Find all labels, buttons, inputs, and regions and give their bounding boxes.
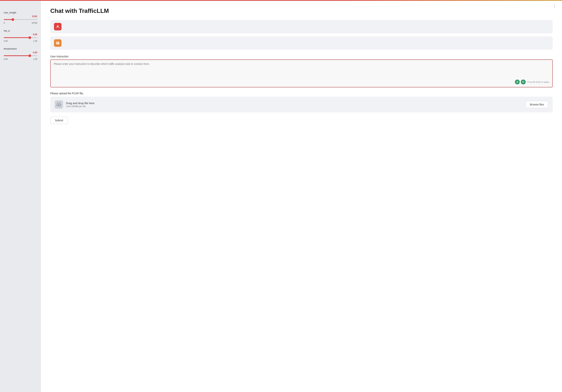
upload-area: Drag and drop file here Limit 200MB per …: [50, 97, 553, 112]
param-temperature-range: 0.00 1.00: [4, 58, 37, 60]
upload-label: Please upload the PCAP file.: [50, 92, 553, 95]
param-top-p-label: top_p: [4, 29, 37, 32]
chat-bubble-2: [50, 36, 553, 50]
param-temperature-label: temperature: [4, 47, 37, 50]
top-bar: [0, 0, 562, 1]
temperature-slider[interactable]: [4, 55, 37, 56]
more-menu-button[interactable]: ⋮: [552, 4, 556, 8]
add-icon-button[interactable]: [515, 80, 520, 84]
instruction-footer: Press ⌘+Enter to apply.: [54, 80, 549, 84]
param-top-p: top_p 0.80 0.00 1.00: [4, 29, 37, 42]
instruction-icons: [515, 80, 526, 84]
avatar-red: [54, 23, 61, 30]
top-p-slider[interactable]: [4, 37, 37, 38]
param-temperature-value: 0.80: [4, 51, 37, 54]
upload-left: Drag and drop file here Limit 200MB per …: [55, 100, 94, 109]
svg-rect-2: [57, 42, 59, 43]
upload-text-group: Drag and drop file here Limit 200MB per …: [66, 102, 94, 108]
param-max-length-label: max_length: [4, 11, 37, 14]
drag-drop-text: Drag and drop file here: [66, 102, 94, 105]
page-title: Chat with TrafficLLM: [50, 7, 553, 14]
upload-cloud-icon: [55, 100, 63, 109]
user-instruction-label: User Instruction: [50, 55, 553, 58]
max-length-slider[interactable]: [4, 19, 37, 20]
svg-point-0: [57, 25, 59, 27]
param-max-length-range: 0 32768: [4, 22, 37, 24]
param-top-p-value: 0.80: [4, 33, 37, 36]
param-temperature: temperature 0.80 0.00 1.00: [4, 47, 37, 60]
instruction-textarea[interactable]: [54, 62, 549, 77]
avatar-orange: [54, 39, 61, 47]
instruction-box: Press ⌘+Enter to apply.: [50, 59, 553, 87]
submit-button[interactable]: Submit: [50, 117, 68, 124]
param-max-length: max_length 8192 0 32768: [4, 11, 37, 24]
main-content: ⋮ Chat with TrafficLLM User Instruction: [41, 0, 562, 392]
sidebar: max_length 8192 0 32768 top_p 0.80 0.00 …: [0, 0, 41, 392]
shortcut-hint: Press ⌘+Enter to apply.: [527, 81, 549, 83]
svg-rect-3: [57, 43, 58, 43]
param-max-length-value: 8192: [4, 15, 37, 18]
file-limit-text: Limit 200MB per file: [66, 105, 94, 108]
refresh-icon-button[interactable]: [521, 80, 526, 84]
browse-files-button[interactable]: Browse files: [526, 101, 548, 108]
chat-bubble-1: [50, 20, 553, 33]
chat-area: [50, 20, 553, 50]
param-top-p-range: 0.00 1.00: [4, 40, 37, 42]
